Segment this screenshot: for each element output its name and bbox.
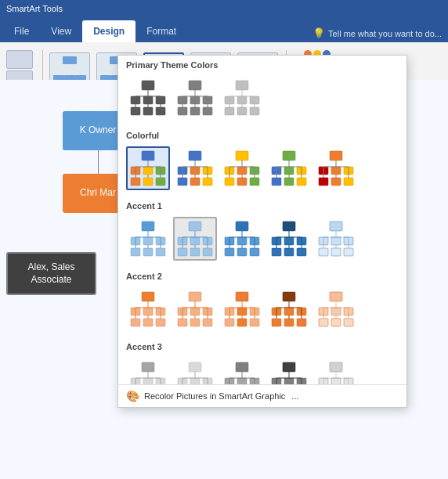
dropdown-scroll[interactable]: Primary Theme Colors xyxy=(118,56,406,384)
svg-rect-72 xyxy=(283,151,295,160)
svg-rect-90 xyxy=(344,178,353,185)
svg-rect-86 xyxy=(331,167,341,175)
recolor-label: Recolor Pictures in SmartArt Graphic xyxy=(144,391,285,401)
accent3-swatch-5[interactable] xyxy=(314,358,358,384)
svg-rect-84 xyxy=(330,151,342,160)
section-colorful-grid xyxy=(118,143,406,196)
svg-rect-264 xyxy=(330,362,342,372)
svg-rect-186 xyxy=(250,319,259,326)
svg-rect-5 xyxy=(143,107,153,115)
svg-rect-120 xyxy=(236,221,248,231)
svg-rect-172 xyxy=(178,319,187,326)
tab-format[interactable]: Format xyxy=(135,20,187,42)
svg-rect-65 xyxy=(237,178,247,185)
svg-rect-53 xyxy=(190,178,200,185)
svg-rect-18 xyxy=(203,107,212,115)
svg-rect-150 xyxy=(344,248,353,256)
node-alex[interactable]: Alex, Sales Associate xyxy=(6,252,96,295)
accent2-swatch-5[interactable] xyxy=(314,287,358,331)
svg-rect-173 xyxy=(190,319,200,326)
thumb-sm-1[interactable] xyxy=(6,50,33,69)
svg-rect-182 xyxy=(237,308,247,315)
svg-rect-216 xyxy=(142,362,154,372)
svg-rect-6 xyxy=(156,107,165,115)
accent2-swatch-4[interactable] xyxy=(267,287,311,331)
svg-rect-132 xyxy=(283,221,295,231)
svg-rect-60 xyxy=(236,151,248,160)
svg-rect-136 xyxy=(272,248,281,256)
accent1-swatch-2[interactable] xyxy=(173,217,217,261)
svg-rect-185 xyxy=(237,319,247,326)
title-text: SmartArt Tools xyxy=(6,4,63,13)
colorful-swatch-2[interactable] xyxy=(173,146,217,190)
svg-rect-161 xyxy=(143,319,153,326)
svg-rect-100 xyxy=(131,248,140,256)
colorful-swatch-5[interactable] xyxy=(314,146,358,190)
accent1-swatch-1[interactable] xyxy=(126,217,170,261)
svg-rect-180 xyxy=(236,292,248,301)
svg-rect-41 xyxy=(143,178,153,185)
svg-rect-156 xyxy=(142,292,154,301)
svg-rect-110 xyxy=(190,237,200,245)
tab-file[interactable]: File xyxy=(3,20,40,42)
svg-rect-28 xyxy=(225,107,234,115)
svg-rect-148 xyxy=(319,248,328,256)
accent3-swatch-3[interactable] xyxy=(220,358,264,384)
accent3-swatch-4[interactable] xyxy=(267,358,311,384)
recolor-pictures-button[interactable]: 🎨 Recolor Pictures in SmartArt Graphic .… xyxy=(118,384,406,407)
accent2-swatch-2[interactable] xyxy=(173,287,217,331)
svg-rect-12 xyxy=(189,81,201,90)
svg-rect-114 xyxy=(203,248,212,256)
section-accent3-grid xyxy=(118,355,406,384)
svg-rect-30 xyxy=(250,107,259,115)
svg-rect-29 xyxy=(237,107,247,115)
svg-rect-89 xyxy=(331,178,341,185)
svg-rect-108 xyxy=(189,221,201,231)
svg-rect-184 xyxy=(225,319,234,326)
svg-rect-196 xyxy=(272,319,281,326)
primary-swatch-3[interactable] xyxy=(220,76,264,120)
svg-rect-76 xyxy=(272,178,281,185)
svg-rect-198 xyxy=(297,319,306,326)
svg-rect-122 xyxy=(237,237,247,245)
svg-rect-228 xyxy=(189,362,201,372)
svg-rect-2 xyxy=(143,96,153,104)
svg-rect-138 xyxy=(297,248,306,256)
colorful-swatch-1[interactable] xyxy=(126,146,170,190)
tell-me-box[interactable]: 💡 Tell me what you want to do... xyxy=(313,27,442,39)
section-accent1-label: Accent 1 xyxy=(118,196,406,214)
tab-view[interactable]: View xyxy=(40,20,82,42)
colorful-swatch-3[interactable] xyxy=(220,146,264,190)
accent1-swatch-5[interactable] xyxy=(314,217,358,261)
svg-rect-24 xyxy=(236,81,248,90)
accent2-swatch-1[interactable] xyxy=(126,287,170,331)
svg-rect-102 xyxy=(156,248,165,256)
accent2-swatch-3[interactable] xyxy=(220,287,264,331)
section-accent2-label: Accent 2 xyxy=(118,267,406,284)
accent1-swatch-4[interactable] xyxy=(267,217,311,261)
primary-swatch-2[interactable] xyxy=(173,76,217,120)
svg-rect-134 xyxy=(284,237,294,245)
svg-rect-64 xyxy=(225,178,234,185)
accent1-swatch-3[interactable] xyxy=(220,217,264,261)
ellipsis: ... xyxy=(291,391,298,401)
svg-rect-78 xyxy=(297,178,306,185)
svg-rect-54 xyxy=(203,178,212,185)
accent3-swatch-2[interactable] xyxy=(173,358,217,384)
svg-rect-194 xyxy=(284,308,294,315)
tab-design[interactable]: Design xyxy=(82,20,135,42)
recolor-icon: 🎨 xyxy=(126,390,139,402)
svg-rect-66 xyxy=(250,178,259,185)
section-accent3-label: Accent 3 xyxy=(118,337,406,355)
section-accent1-grid xyxy=(118,214,406,267)
svg-rect-42 xyxy=(156,178,165,185)
title-bar: SmartArt Tools xyxy=(0,0,448,17)
svg-rect-0 xyxy=(142,81,154,90)
primary-swatch-1[interactable] xyxy=(126,76,170,120)
svg-rect-230 xyxy=(190,378,200,384)
colorful-swatch-4[interactable] xyxy=(267,146,311,190)
svg-rect-74 xyxy=(284,167,294,175)
svg-rect-48 xyxy=(189,151,201,160)
accent3-swatch-1[interactable] xyxy=(126,358,170,384)
svg-rect-266 xyxy=(331,378,341,384)
